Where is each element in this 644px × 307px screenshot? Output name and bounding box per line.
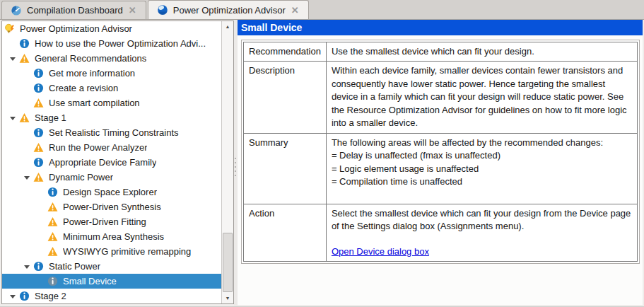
- tree-item-set-realistic-timing-constraints[interactable]: Set Realistic Timing Constraints: [2, 125, 221, 140]
- tree-item-wysiwyg-primitive-remapping[interactable]: WYSIWYG primitive remapping: [2, 244, 221, 259]
- expander-icon[interactable]: [10, 295, 16, 299]
- row-label: Description: [244, 62, 327, 133]
- tree-item-use-smart-compilation[interactable]: Use smart compilation: [2, 95, 221, 110]
- power-advisor-icon: [157, 4, 168, 16]
- scroll-down-icon[interactable]: ▼: [222, 293, 233, 303]
- advisor-bulb-icon: [4, 23, 16, 35]
- tree-item-small-device[interactable]: Small Device: [2, 274, 221, 289]
- expander-icon[interactable]: [24, 176, 30, 180]
- close-icon[interactable]: ✕: [291, 6, 300, 15]
- power-advisor-window: Compilation Dashboard ✕ Power Optimizati…: [0, 0, 644, 307]
- detail-panel: Small Device RecommendationUse the small…: [238, 20, 643, 305]
- tree-scrollbar[interactable]: ▲ ▼: [221, 21, 233, 303]
- detail-title: Small Device: [238, 20, 643, 35]
- info-icon: [33, 261, 45, 272]
- tree-item-label: WYSIWYG primitive remapping: [63, 246, 191, 257]
- tab-label: Power Optimization Advisor: [173, 5, 286, 16]
- tree-item-appropriate-device-family[interactable]: Appropriate Device Family: [2, 155, 221, 170]
- detail-table: RecommendationUse the smallest device wh…: [243, 42, 638, 262]
- tree-item-label: Appropriate Device Family: [49, 157, 156, 168]
- tree-item-label: Set Realistic Timing Constraints: [49, 127, 179, 138]
- row-value: Within each device family, smaller devic…: [326, 62, 637, 133]
- warning-icon: [19, 53, 31, 64]
- tree-item-stage-2[interactable]: Stage 2: [2, 289, 221, 303]
- tree-item-power-driven-fitting[interactable]: Power-Driven Fitting: [2, 214, 221, 229]
- tree-item-label: Small Device: [63, 276, 117, 286]
- open-device-dialog-link[interactable]: Open Device dialog box: [332, 245, 429, 258]
- warning-icon: [47, 246, 59, 257]
- tree-item-label: Power-Driven Fitting: [63, 216, 146, 227]
- warning-icon: [47, 231, 59, 243]
- tree-item-label: Static Power: [49, 261, 100, 272]
- warning-icon: [33, 142, 45, 154]
- info-icon: [33, 127, 45, 139]
- row-label: Summary: [244, 133, 327, 204]
- tab-bar: Compilation Dashboard ✕ Power Optimizati…: [0, 0, 644, 20]
- expander-icon[interactable]: [24, 265, 30, 269]
- tree-item-how-to-use-the-power-optimization-advi[interactable]: How to use the Power Optimization Advi..…: [2, 36, 221, 51]
- tree-item-create-a-revision[interactable]: Create a revision: [2, 81, 221, 95]
- tree-item-get-more-information[interactable]: Get more information: [2, 66, 221, 81]
- tab-compilation-dashboard[interactable]: Compilation Dashboard ✕: [1, 1, 146, 19]
- tree-item-label: General Recommendations: [35, 53, 146, 64]
- advisor-tree-panel: Power Optimization AdvisorHow to use the…: [1, 21, 234, 304]
- row-value-line: Within each device family, smaller devic…: [332, 64, 632, 129]
- tree-item-general-recommendations[interactable]: General Recommendations: [2, 51, 221, 66]
- scroll-up-icon[interactable]: ▲: [222, 21, 233, 32]
- table-row: DescriptionWithin each device family, sm…: [244, 62, 638, 133]
- row-value-line: = Logic element usage is unaffected: [332, 163, 632, 175]
- tree-item-dynamic-power[interactable]: Dynamic Power: [2, 170, 221, 185]
- warning-icon: [33, 172, 45, 183]
- compilation-dashboard-icon: [11, 5, 22, 16]
- table-row: ActionSelect the smallest device which c…: [244, 204, 638, 261]
- row-label: Recommendation: [244, 42, 327, 62]
- warning-icon: [33, 98, 45, 109]
- scrollbar-thumb[interactable]: [223, 233, 233, 292]
- tree-item-static-power[interactable]: Static Power: [2, 259, 221, 274]
- tree-item-label: Dynamic Power: [49, 172, 113, 183]
- tree-item-label: Power-Driven Synthesis: [63, 202, 161, 212]
- row-value-line: = Compilation time is unaffected: [332, 175, 632, 188]
- tree-item-design-space-explorer[interactable]: Design Space Explorer: [2, 185, 221, 199]
- info-icon: [33, 83, 45, 94]
- table-row: RecommendationUse the smallest device wh…: [244, 42, 638, 62]
- row-label: Action: [244, 204, 327, 261]
- tree-item-label: Run the Power Analyzer: [49, 142, 147, 153]
- tree-item-label: Use smart compilation: [49, 98, 140, 108]
- info-icon: [33, 68, 45, 79]
- tree-item-run-the-power-analyzer[interactable]: Run the Power Analyzer: [2, 140, 221, 155]
- info-icon: [47, 187, 59, 198]
- close-icon[interactable]: ✕: [128, 6, 137, 15]
- expander-icon[interactable]: [10, 57, 16, 61]
- tab-label: Compilation Dashboard: [27, 5, 123, 16]
- warning-icon: [19, 112, 31, 124]
- row-value-line: = Delay is unaffected (fmax is unaffecte…: [332, 149, 632, 162]
- warning-icon: [47, 216, 59, 228]
- info-icon: [47, 276, 59, 287]
- info-icon: [19, 38, 31, 50]
- row-value-line: The following areas will be affected by …: [332, 137, 632, 149]
- tree-item-power-optimization-advisor[interactable]: Power Optimization Advisor: [2, 21, 221, 36]
- tree-item-label: Design Space Explorer: [63, 187, 157, 197]
- info-icon: [33, 157, 45, 168]
- tree-item-power-driven-synthesis[interactable]: Power-Driven Synthesis: [2, 199, 221, 214]
- tree-item-label: Stage 2: [35, 291, 66, 301]
- tree-item-label: Get more information: [49, 68, 135, 79]
- tree-item-stage-1[interactable]: Stage 1: [2, 110, 221, 125]
- table-row: SummaryThe following areas will be affec…: [244, 133, 638, 204]
- splitter-handle-icon: [235, 158, 236, 176]
- tree-item-minimum-area-synthesis[interactable]: Minimum Area Synthesis: [2, 229, 221, 244]
- row-value-line: Use the smallest device which can fit yo…: [332, 45, 632, 58]
- tree-item-label: Create a revision: [49, 83, 118, 93]
- tree-item-label: Minimum Area Synthesis: [63, 231, 164, 242]
- tab-power-optimization-advisor[interactable]: Power Optimization Advisor ✕: [148, 0, 309, 19]
- tree-item-label: Power Optimization Advisor: [20, 23, 132, 34]
- detail-table-frame: RecommendationUse the smallest device wh…: [241, 40, 640, 264]
- tree-item-label: Stage 1: [35, 112, 66, 123]
- info-icon: [19, 291, 31, 302]
- row-value: Use the smallest device which can fit yo…: [326, 42, 637, 62]
- expander-icon[interactable]: [10, 117, 16, 120]
- row-value: Select the smallest device which can fit…: [326, 204, 637, 261]
- row-value: The following areas will be affected by …: [326, 133, 637, 204]
- row-value-line: Select the smallest device which can fit…: [332, 207, 632, 233]
